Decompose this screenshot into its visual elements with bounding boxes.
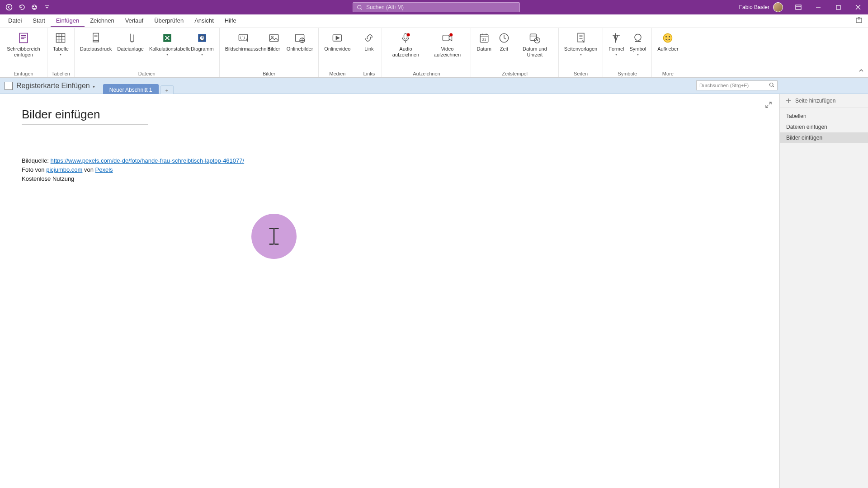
ribbon-group-label: Symbole [606, 70, 649, 77]
symbol-icon [631, 31, 645, 45]
site-link[interactable]: Pexels [95, 166, 113, 173]
page-list-item[interactable]: Tabellen [780, 111, 868, 122]
chevron-down-icon: ▾ [166, 52, 168, 56]
schreibbereich-icon [16, 31, 31, 45]
chevron-down-icon: ▾ [615, 52, 617, 56]
datum-icon: 21 [477, 31, 491, 45]
ribbon-schreibbereich-button[interactable]: Schreibbereich einfügen [3, 30, 44, 59]
ribbon-group-seiten: Seitenvorlagen▾Seiten [559, 28, 603, 77]
ribbon-group-label: Medien [321, 70, 353, 77]
ribbon-group-bilder: BildschirmausschnittBilderOnlinebilderBi… [220, 28, 319, 77]
page-body[interactable]: Bildquelle: https://www.pexels.com/de-de… [22, 156, 779, 183]
ribbon-group-more: AufkleberMore [652, 28, 684, 77]
expand-page-icon[interactable] [765, 101, 772, 110]
menu-zeichnen[interactable]: Zeichnen [85, 15, 119, 27]
ribbon-seitenvorlagen-button[interactable]: Seitenvorlagen▾ [561, 30, 600, 57]
ribbon-audio-button[interactable]: Audio aufzeichnen [385, 30, 426, 59]
page-list-item[interactable]: Bilder einfügen [780, 132, 868, 143]
back-icon[interactable] [4, 2, 14, 13]
ribbon-group-label: Seiten [561, 70, 600, 77]
add-page-label: Seite hinzufügen [795, 98, 835, 104]
ribbon-group-label: Tabellen [50, 70, 71, 77]
ribbon-link-button[interactable]: Link [359, 30, 379, 53]
undo-icon[interactable] [16, 2, 27, 13]
ribbon-formel-button[interactable]: Formel▾ [606, 30, 627, 57]
menu-verlauf[interactable]: Verlauf [120, 15, 149, 27]
ribbon-zeit-button[interactable]: Zeit [494, 30, 514, 53]
ribbon-onlinevideo-button[interactable]: Onlinevideo [321, 30, 353, 53]
ribbon-display-options-icon[interactable] [788, 0, 808, 14]
ribbon-group-zeitstempel: 21DatumZeitDatum und UhrzeitZeitstempel [471, 28, 558, 77]
minimize-icon[interactable] [808, 0, 828, 14]
ribbon-group-label: Aufzeichnen [385, 70, 468, 77]
share-icon[interactable] [855, 16, 864, 25]
svg-point-3 [35, 6, 36, 7]
ribbon-diagramm-button[interactable]: Diagramm▾ [188, 30, 217, 57]
svg-rect-23 [443, 35, 449, 41]
ribbon-label: Dateianlage [117, 46, 144, 52]
maximize-icon[interactable] [828, 0, 848, 14]
ribbon-datum-button[interactable]: 21Datum [474, 30, 494, 53]
chevron-down-icon: ▾ [637, 52, 639, 56]
collapse-ribbon-icon[interactable] [858, 67, 864, 75]
svg-point-33 [669, 36, 670, 38]
ribbon-label: Video aufzeichnen [429, 46, 465, 58]
page-title[interactable]: Bilder einfügen [22, 108, 148, 125]
global-search[interactable]: Suchen (Alt+M) [353, 2, 520, 12]
page-search[interactable]: Durchsuchen (Strg+E) [696, 80, 778, 90]
ribbon-bildschirmausschnitt-button[interactable]: Bildschirmausschnitt [222, 30, 264, 53]
ribbon-dateiausdruck-button[interactable]: Dateiausdruck [77, 30, 114, 53]
notebook-dropdown[interactable]: Registerkarte Einfügen [16, 82, 95, 90]
ribbon-onlinebilder-button[interactable]: Onlinebilder [284, 30, 316, 53]
avatar [773, 2, 783, 12]
notebook-label: Registerkarte Einfügen [16, 82, 90, 90]
search-icon [357, 5, 363, 10]
svg-rect-8 [19, 33, 28, 43]
menu-einfügen[interactable]: Einfügen [51, 15, 85, 27]
svg-rect-15 [241, 36, 245, 39]
close-icon[interactable] [848, 0, 868, 14]
menu-ansicht[interactable]: Ansicht [189, 15, 219, 27]
svg-point-2 [33, 6, 33, 7]
menu-datei[interactable]: Datei [3, 15, 27, 27]
aufkleber-icon [660, 31, 675, 45]
ribbon-group-label: Zeitstempel [474, 70, 555, 77]
menu-hilfe[interactable]: Hilfe [219, 15, 242, 27]
page-list-panel: Seite hinzufügen TabellenDateien einfüge… [779, 94, 868, 488]
svg-point-34 [770, 83, 774, 87]
video-icon [440, 31, 454, 45]
ribbon-datum-uhrzeit-button[interactable]: Datum und Uhrzeit [514, 30, 556, 59]
account-button[interactable]: Fabio Basler [739, 2, 788, 12]
ribbon-tabelle-button[interactable]: Tabelle▾ [50, 30, 71, 57]
touch-mode-icon[interactable] [29, 2, 40, 13]
ribbon-dateianlage-button[interactable]: Dateianlage [114, 30, 146, 53]
ribbon-video-button[interactable]: Video aufzeichnen [426, 30, 468, 59]
add-page-button[interactable]: Seite hinzufügen [780, 94, 868, 108]
ribbon-group-dateien: DateiausdruckDateianlageKalkulationstabe… [75, 28, 220, 77]
svg-point-32 [666, 36, 667, 38]
source-link[interactable]: https://www.pexels.com/de-de/foto/hande-… [51, 157, 245, 164]
qat-customize-icon[interactable] [42, 2, 52, 13]
chevron-down-icon [93, 82, 95, 90]
menu-überprüfen[interactable]: Überprüfen [149, 15, 189, 27]
ribbon-label: Datum und Uhrzeit [517, 46, 553, 58]
ribbon-kalkulationstabelle-button[interactable]: Kalkulationstabelle▾ [146, 30, 188, 57]
ribbon-bilder-button[interactable]: Bilder [264, 30, 284, 53]
author-link[interactable]: picjumbo.com [46, 166, 82, 173]
notebook-nav: Registerkarte Einfügen Neuer Abschnitt 1… [0, 78, 868, 94]
ribbon-symbol-button[interactable]: Symbol▾ [627, 30, 649, 57]
ribbon-label: Kalkulationstabelle [149, 46, 185, 52]
svg-point-31 [664, 33, 672, 42]
search-placeholder: Suchen (Alt+M) [366, 4, 404, 10]
page-canvas[interactable]: Bilder einfügen Bildquelle: https://www.… [0, 94, 779, 488]
text-cursor-icon [267, 227, 281, 245]
ribbon-aufkleber-button[interactable]: Aufkleber [655, 30, 681, 53]
workspace: Bilder einfügen Bildquelle: https://www.… [0, 94, 868, 488]
chevron-down-icon: ▾ [201, 52, 203, 56]
svg-point-1 [32, 5, 37, 9]
menu-start[interactable]: Start [27, 15, 50, 27]
ribbon-label: Dateiausdruck [80, 46, 112, 52]
ribbon-label: Bildschirmausschnitt [225, 46, 261, 52]
page-list-item[interactable]: Dateien einfügen [780, 122, 868, 132]
ribbon-group-label: Einfügen [3, 70, 44, 77]
